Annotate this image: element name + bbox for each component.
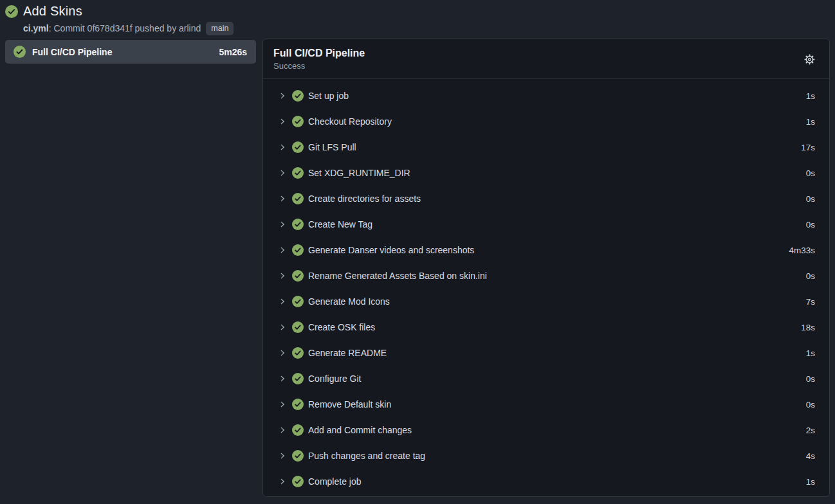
check-circle-icon bbox=[292, 399, 304, 410]
check-circle-icon bbox=[292, 270, 304, 282]
step-row[interactable]: Generate Mod Icons 7s bbox=[263, 289, 829, 314]
step-name: Complete job bbox=[308, 476, 806, 487]
check-circle-icon bbox=[5, 5, 18, 18]
chevron-right-icon bbox=[279, 452, 286, 460]
step-row[interactable]: Configure Git 0s bbox=[263, 366, 829, 392]
chevron-right-icon bbox=[279, 375, 286, 382]
step-row[interactable]: Rename Generated Assets Based on skin.in… bbox=[263, 263, 829, 289]
commit-summary: : Commit 0f678d341f pushed by arlind bbox=[49, 23, 201, 33]
step-duration: 1s bbox=[806, 477, 815, 487]
step-duration: 18s bbox=[801, 323, 815, 332]
chevron-right-icon bbox=[279, 426, 286, 434]
step-name: Set XDG_RUNTIME_DIR bbox=[308, 168, 806, 178]
step-name: Checkout Repository bbox=[308, 116, 806, 127]
gear-icon[interactable] bbox=[803, 53, 816, 66]
chevron-right-icon bbox=[279, 298, 286, 305]
step-duration: 1s bbox=[806, 117, 815, 127]
check-circle-icon bbox=[292, 193, 304, 204]
chevron-right-icon bbox=[279, 195, 286, 203]
step-duration: 0s bbox=[806, 168, 815, 178]
step-name: Create directories for assets bbox=[308, 194, 806, 204]
check-circle-icon bbox=[292, 373, 304, 384]
step-row[interactable]: Generate README 1s bbox=[263, 340, 829, 366]
step-row[interactable]: Set XDG_RUNTIME_DIR 0s bbox=[263, 160, 829, 186]
check-circle-icon bbox=[292, 219, 304, 230]
step-name: Remove Default skin bbox=[308, 399, 806, 410]
step-name: Configure Git bbox=[308, 374, 806, 384]
step-row[interactable]: Remove Default skin 0s bbox=[263, 392, 829, 417]
check-circle-icon bbox=[292, 141, 304, 153]
job-duration: 5m26s bbox=[219, 47, 247, 57]
chevron-right-icon bbox=[279, 118, 286, 125]
job-name: Full CI/CD Pipeline bbox=[32, 47, 212, 57]
step-row[interactable]: Set up job 1s bbox=[263, 83, 829, 109]
chevron-right-icon bbox=[279, 246, 286, 254]
check-circle-icon bbox=[292, 450, 304, 462]
step-duration: 0s bbox=[806, 400, 815, 410]
steps-list: Set up job 1s Checkout Repository 1s Git… bbox=[263, 79, 829, 494]
check-circle-icon bbox=[292, 167, 304, 179]
step-duration: 1s bbox=[806, 91, 815, 101]
check-circle-icon bbox=[292, 90, 304, 102]
run-header: Add Skins ci.yml: Commit 0f678d341f push… bbox=[5, 4, 234, 35]
step-row[interactable]: Push changes and create tag 4s bbox=[263, 443, 829, 469]
chevron-right-icon bbox=[279, 92, 286, 100]
run-title: Add Skins bbox=[23, 4, 82, 19]
step-row[interactable]: Checkout Repository 1s bbox=[263, 109, 829, 134]
step-duration: 0s bbox=[806, 271, 815, 281]
chevron-right-icon bbox=[279, 272, 286, 280]
step-row[interactable]: Complete job 1s bbox=[263, 469, 829, 494]
workflow-file-name: ci.yml bbox=[23, 23, 49, 33]
step-name: Generate README bbox=[308, 348, 806, 358]
chevron-right-icon bbox=[279, 169, 286, 177]
step-row[interactable]: Add and Commit changes 2s bbox=[263, 417, 829, 443]
run-panel-header: Full CI/CD Pipeline Success bbox=[263, 39, 829, 79]
step-duration: 4m33s bbox=[789, 246, 815, 255]
step-name: Create OSK files bbox=[308, 322, 801, 332]
chevron-right-icon bbox=[279, 323, 286, 331]
chevron-right-icon bbox=[279, 143, 286, 151]
step-row[interactable]: Git LFS Pull 17s bbox=[263, 134, 829, 160]
panel-status-text: Success bbox=[273, 61, 819, 71]
chevron-right-icon bbox=[279, 221, 286, 228]
step-name: Generate Mod Icons bbox=[308, 296, 806, 307]
check-circle-icon bbox=[292, 116, 304, 127]
step-duration: 4s bbox=[806, 451, 815, 461]
step-duration: 0s bbox=[806, 220, 815, 230]
step-name: Git LFS Pull bbox=[308, 142, 801, 152]
check-circle-icon bbox=[14, 46, 26, 58]
panel-job-title: Full CI/CD Pipeline bbox=[273, 48, 819, 59]
step-duration: 7s bbox=[806, 297, 815, 307]
check-circle-icon bbox=[292, 347, 304, 359]
branch-badge[interactable]: main bbox=[206, 22, 234, 35]
jobs-sidebar: Full CI/CD Pipeline 5m26s bbox=[5, 40, 256, 64]
chevron-right-icon bbox=[279, 401, 286, 408]
sidebar-job-full-pipeline[interactable]: Full CI/CD Pipeline 5m26s bbox=[5, 40, 256, 64]
step-duration: 0s bbox=[806, 374, 815, 384]
step-duration: 0s bbox=[806, 194, 815, 204]
step-row[interactable]: Create directories for assets 0s bbox=[263, 186, 829, 212]
run-title-row: Add Skins bbox=[5, 4, 234, 19]
check-circle-icon bbox=[292, 321, 304, 333]
step-name: Set up job bbox=[308, 91, 806, 101]
step-duration: 17s bbox=[801, 143, 815, 152]
step-row[interactable]: Create New Tag 0s bbox=[263, 212, 829, 237]
run-subtitle: ci.yml: Commit 0f678d341f pushed by arli… bbox=[23, 22, 234, 35]
chevron-right-icon bbox=[279, 349, 286, 357]
chevron-right-icon bbox=[279, 478, 286, 485]
run-panel: Full CI/CD Pipeline Success bbox=[262, 39, 830, 497]
check-circle-icon bbox=[292, 244, 304, 256]
step-name: Rename Generated Assets Based on skin.in… bbox=[308, 271, 806, 281]
check-circle-icon bbox=[292, 476, 304, 487]
step-duration: 2s bbox=[806, 426, 815, 435]
step-name: Add and Commit changes bbox=[308, 425, 806, 435]
check-circle-icon bbox=[292, 296, 304, 307]
check-circle-icon bbox=[292, 424, 304, 436]
step-name: Create New Tag bbox=[308, 219, 806, 230]
step-row[interactable]: Create OSK files 18s bbox=[263, 314, 829, 340]
step-duration: 1s bbox=[806, 348, 815, 358]
step-name: Push changes and create tag bbox=[308, 451, 806, 461]
step-name: Generate Danser videos and screenshots bbox=[308, 245, 789, 255]
step-row[interactable]: Generate Danser videos and screenshots 4… bbox=[263, 237, 829, 263]
